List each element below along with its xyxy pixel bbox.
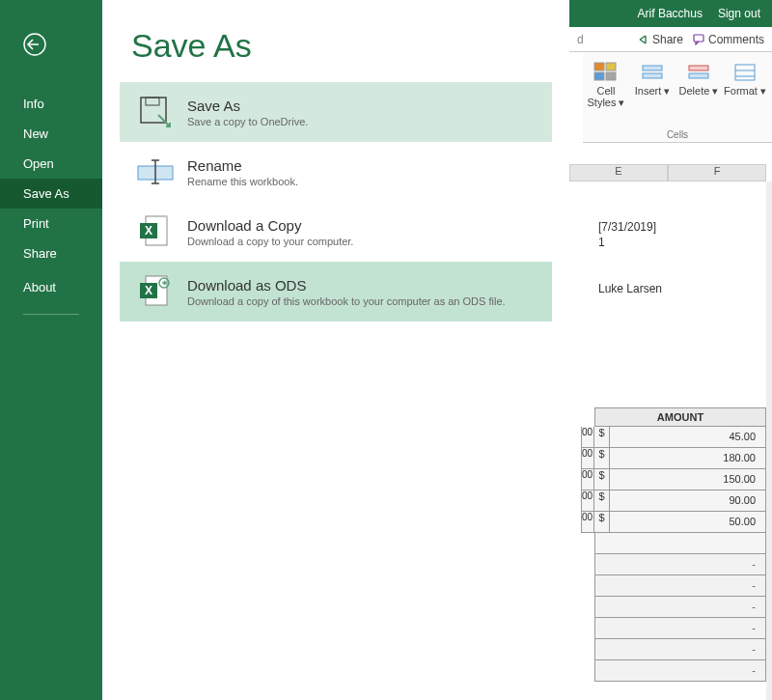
option-title: Save As — [187, 98, 308, 114]
svg-rect-3 — [594, 72, 604, 80]
nav-new[interactable]: New — [0, 119, 102, 149]
svg-rect-5 — [643, 66, 662, 70]
rename-icon — [133, 150, 178, 194]
svg-rect-6 — [643, 73, 662, 78]
table-row[interactable]: 00 $ 90.00 — [581, 490, 766, 512]
nav-save-as[interactable]: Save As — [0, 179, 102, 209]
option-save-as[interactable]: Save As Save a copy to OneDrive. — [120, 82, 552, 142]
table-row[interactable]: 00 $ 150.00 — [581, 469, 766, 490]
spreadsheet-background: Arif Bacchus Sign out d Share Comments C… — [569, 0, 772, 700]
option-title: Download as ODS — [187, 277, 506, 294]
save-options: Save As Save a copy to OneDrive. Rename … — [102, 82, 569, 322]
table-row[interactable]: - — [594, 554, 766, 575]
floppy-icon — [133, 90, 178, 134]
excel-ods-icon: X — [133, 269, 178, 314]
file-sidebar: Info New Open Save As Print Share About — [0, 0, 102, 700]
svg-rect-9 — [735, 65, 755, 80]
account-username[interactable]: Arif Bacchus — [638, 7, 703, 20]
comments-button[interactable]: Comments — [693, 33, 764, 46]
nav-list: Info New Open Save As Print Share About — [0, 89, 102, 315]
table-row[interactable]: 00 $ 45.00 — [581, 427, 766, 448]
option-desc: Rename this workbook. — [187, 176, 298, 187]
svg-text:X: X — [145, 224, 152, 238]
table-row[interactable]: - — [594, 597, 766, 618]
table-row[interactable]: 00 $ 50.00 — [581, 512, 766, 533]
col-header-f[interactable]: F — [668, 164, 766, 182]
ribbon-group-cells: Cell Styles ▾ Insert ▾ Delete ▾ Format ▾… — [583, 52, 772, 143]
option-download-ods[interactable]: X Download as ODS Download a copy of thi… — [120, 262, 552, 322]
svg-rect-7 — [689, 66, 708, 70]
cell-number[interactable]: 1 — [598, 236, 605, 249]
partial-text: d — [577, 33, 584, 46]
svg-rect-1 — [594, 63, 604, 70]
table-row[interactable] — [594, 533, 766, 554]
table-row[interactable]: 00 $ 180.00 — [581, 448, 766, 469]
option-title: Download a Copy — [187, 217, 353, 234]
ribbon-row: d Share Comments — [569, 27, 772, 52]
excel-file-icon: X — [133, 210, 178, 254]
amount-header: AMOUNT — [594, 407, 766, 427]
back-button[interactable] — [21, 33, 60, 60]
option-desc: Download a copy to your computer. — [187, 236, 353, 247]
option-desc: Download a copy of this workbook to your… — [187, 295, 506, 307]
cell-name[interactable]: Luke Larsen — [598, 282, 662, 295]
comments-label: Comments — [708, 33, 764, 46]
option-rename[interactable]: Rename Rename this workbook. — [120, 142, 552, 202]
svg-rect-8 — [689, 73, 708, 78]
nav-info[interactable]: Info — [0, 89, 102, 119]
share-label: Share — [652, 33, 683, 46]
nav-open[interactable]: Open — [0, 149, 102, 179]
table-row[interactable]: - — [594, 639, 766, 660]
ribbon-group-label: Cells — [583, 129, 772, 140]
svg-rect-4 — [606, 72, 616, 80]
table-row[interactable]: - — [594, 618, 766, 639]
signout-link[interactable]: Sign out — [718, 7, 760, 20]
column-headers: E F — [569, 164, 766, 182]
svg-rect-2 — [606, 63, 616, 70]
nav-share[interactable]: Share — [0, 238, 102, 268]
amount-table: AMOUNT 00 $ 45.00 00 $ 180.00 00 $ 150.0… — [581, 407, 766, 682]
table-row[interactable]: - — [594, 575, 766, 597]
option-download-copy[interactable]: X Download a Copy Download a copy to you… — [120, 202, 552, 262]
nav-divider — [23, 314, 79, 315]
table-row[interactable]: - — [594, 660, 766, 682]
share-button[interactable]: Share — [637, 33, 683, 46]
col-header-e[interactable]: E — [569, 164, 668, 182]
vertical-scrollbar[interactable] — [766, 182, 772, 700]
option-desc: Save a copy to OneDrive. — [187, 116, 308, 127]
page-title: Save As — [102, 0, 569, 72]
svg-rect-14 — [146, 98, 159, 105]
nav-about[interactable]: About — [0, 272, 102, 302]
nav-print[interactable]: Print — [0, 209, 102, 238]
save-as-panel: Save As Save As Save a copy to OneDrive.… — [102, 0, 569, 700]
svg-rect-0 — [694, 35, 703, 42]
cell-date[interactable]: [7/31/2019] — [598, 220, 656, 234]
svg-text:X: X — [145, 284, 152, 297]
option-title: Rename — [187, 157, 298, 174]
